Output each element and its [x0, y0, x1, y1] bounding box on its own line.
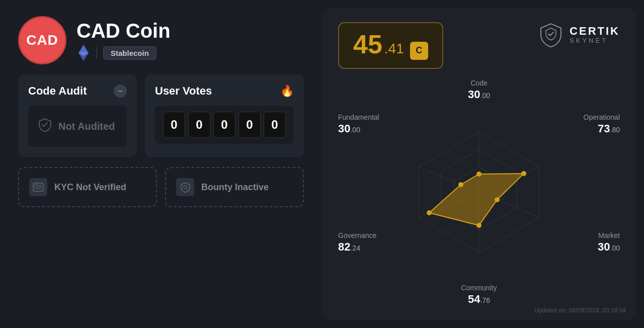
score-box: 45 .41 C [338, 22, 443, 69]
left-panel: CAD CAD Coin Stablecoin Code Audit [0, 0, 322, 328]
user-votes-card: User Votes 🔥 0 0 0 0 0 [145, 74, 304, 157]
user-votes-title: User Votes [155, 85, 212, 98]
kyc-icon [29, 178, 47, 196]
vote-digit-1: 0 [163, 112, 185, 138]
coin-meta: Stablecoin [76, 46, 171, 60]
cards-row-bottom: KYC Not Verified Bounty Inactive [18, 167, 304, 207]
code-audit-card: Code Audit − Not Audited [18, 74, 137, 157]
label-community: Community 54.76 [461, 284, 497, 306]
certik-name: CERTIK [570, 25, 620, 37]
bounty-card: Bounty Inactive [165, 167, 304, 207]
svg-point-15 [495, 197, 500, 202]
fire-icon: 🔥 [280, 85, 294, 98]
label-code: Code 30.00 [468, 79, 490, 101]
score-main: 45 [353, 31, 382, 57]
vote-digit-4: 0 [238, 112, 261, 138]
label-operational: Operational 73.80 [584, 113, 620, 135]
certik-text: CERTIK SKYNET [570, 25, 620, 44]
label-fundamental: Fundamental 30.00 [338, 113, 379, 135]
svg-marker-12 [429, 174, 524, 225]
divider [97, 47, 97, 59]
cards-row-top: Code Audit − Not Audited User Votes 🔥 [18, 74, 304, 157]
label-market: Market 30.00 [598, 231, 620, 254]
certik-sub: SKYNET [570, 37, 620, 44]
svg-point-5 [184, 186, 187, 189]
svg-rect-1 [35, 185, 38, 187]
not-audited-box: Not Audited [28, 106, 127, 147]
user-votes-header: User Votes 🔥 [155, 85, 294, 98]
coin-header: CAD CAD Coin Stablecoin [18, 16, 304, 64]
svg-point-16 [476, 223, 481, 228]
vote-digit-3: 0 [213, 112, 235, 138]
label-governance: Governance 82.24 [338, 231, 376, 254]
code-audit-header: Code Audit − [28, 85, 127, 98]
coin-name: CAD Coin [76, 21, 171, 41]
not-audited-label: Not Audited [58, 121, 115, 132]
bounty-label: Bounty Inactive [201, 182, 269, 193]
radar-chart [398, 122, 559, 263]
code-audit-title: Code Audit [28, 85, 87, 98]
svg-point-17 [427, 210, 432, 215]
bounty-icon [176, 178, 194, 196]
svg-point-13 [476, 172, 481, 177]
right-top: 45 .41 C CERTIK SKYNET [338, 22, 620, 69]
kyc-card: KYC Not Verified [18, 167, 157, 207]
shield-audit-icon [38, 118, 51, 135]
svg-point-18 [458, 182, 463, 187]
coin-logo: CAD [18, 16, 66, 64]
vote-digit-5: 0 [264, 112, 286, 138]
score-decimal: .41 [384, 41, 404, 57]
score-grade: C [410, 42, 428, 60]
vote-boxes: 0 0 0 0 0 [155, 106, 294, 144]
right-panel: 45 .41 C CERTIK SKYNET Code 30.00 [322, 8, 636, 320]
coin-info: CAD Coin Stablecoin [76, 21, 171, 60]
stablecoin-badge: Stablecoin [103, 46, 156, 60]
minus-button[interactable]: − [114, 85, 127, 98]
updated-timestamp: Updated on: 08/09/2024, 03:18:04 [534, 307, 626, 314]
svg-point-14 [521, 171, 526, 176]
kyc-label: KYC Not Verified [54, 182, 126, 193]
radar-area: Code 30.00 Operational 73.80 Market 30.0… [338, 79, 620, 306]
ethereum-icon [76, 46, 91, 60]
certik-shield-icon [538, 22, 564, 47]
certik-logo: CERTIK SKYNET [538, 22, 620, 47]
vote-digit-2: 0 [188, 112, 210, 138]
